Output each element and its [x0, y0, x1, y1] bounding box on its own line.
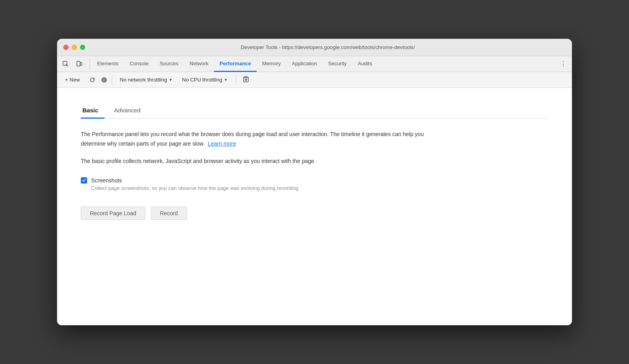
tab-security[interactable]: Security [322, 56, 352, 72]
cpu-throttle-arrow: ▼ [224, 78, 228, 82]
screenshots-checkbox[interactable] [81, 177, 87, 184]
reload-button[interactable] [86, 76, 98, 84]
svg-rect-1 [77, 61, 80, 66]
tab-memory[interactable]: Memory [257, 56, 286, 72]
network-throttle-dropdown[interactable]: No network throttling ▼ [117, 75, 176, 84]
tab-elements[interactable]: Elements [91, 56, 124, 72]
tab-network[interactable]: Network [184, 56, 214, 72]
content-section: The Performance panel lets you record wh… [81, 130, 437, 220]
main-content: Basic Advanced The Performance panel let… [57, 88, 572, 325]
inspect-icon[interactable] [60, 59, 71, 70]
record-button[interactable]: Record [151, 207, 187, 220]
tab-sources[interactable]: Sources [154, 56, 184, 72]
devtools-body: Elements Console Sources Network Perform… [57, 56, 572, 325]
learn-more-link[interactable]: Learn more [208, 140, 236, 147]
devtools-window: Developer Tools - https://developers.goo… [57, 39, 572, 325]
minimize-button[interactable] [72, 45, 77, 50]
buttons-row: Record Page Load Record [81, 207, 437, 220]
sub-tab-advanced[interactable]: Advanced [112, 104, 147, 119]
title-bar: Developer Tools - https://developers.goo… [57, 39, 572, 56]
tabs-list: Elements Console Sources Network Perform… [91, 56, 558, 72]
network-throttle-arrow: ▼ [169, 78, 173, 82]
sub-tabs: Basic Advanced [81, 104, 548, 119]
traffic-lights [63, 45, 85, 50]
device-icon[interactable] [74, 59, 85, 70]
sub-tab-basic[interactable]: Basic [81, 104, 105, 119]
tab-console[interactable]: Console [124, 56, 154, 72]
window-title: Developer Tools - https://developers.goo… [90, 44, 566, 50]
record-dot-button[interactable] [101, 77, 107, 83]
clear-button[interactable] [241, 74, 251, 85]
screenshots-row: Screenshots Collect page screenshots, so… [81, 177, 437, 192]
tabs-bar: Elements Console Sources Network Perform… [57, 56, 572, 72]
screenshots-label: Screenshots [91, 177, 122, 184]
description-2: The basic profile collects network, Java… [81, 157, 437, 166]
svg-rect-2 [80, 63, 82, 65]
description-1: The Performance panel lets you record wh… [81, 130, 437, 149]
tab-audits[interactable]: Audits [352, 56, 377, 72]
tab-performance[interactable]: Performance [214, 56, 256, 72]
tab-application[interactable]: Application [286, 56, 323, 72]
maximize-button[interactable] [80, 45, 85, 50]
cpu-throttle-dropdown[interactable]: No CPU throttling ▼ [179, 75, 231, 84]
record-page-load-button[interactable]: Record Page Load [81, 207, 145, 220]
more-tabs-button[interactable]: ⋮ [558, 59, 569, 70]
screenshots-description: Collect page screenshots, so you can obs… [91, 184, 300, 192]
new-button[interactable]: + New [62, 75, 83, 84]
tab-icon-group [60, 59, 90, 70]
toolbar: + New No network throttling ▼ No CPU thr… [57, 72, 572, 88]
separator-1 [112, 75, 112, 85]
separator-2 [236, 75, 236, 85]
screenshots-checkbox-container: Screenshots [81, 177, 300, 184]
close-button[interactable] [63, 45, 69, 50]
